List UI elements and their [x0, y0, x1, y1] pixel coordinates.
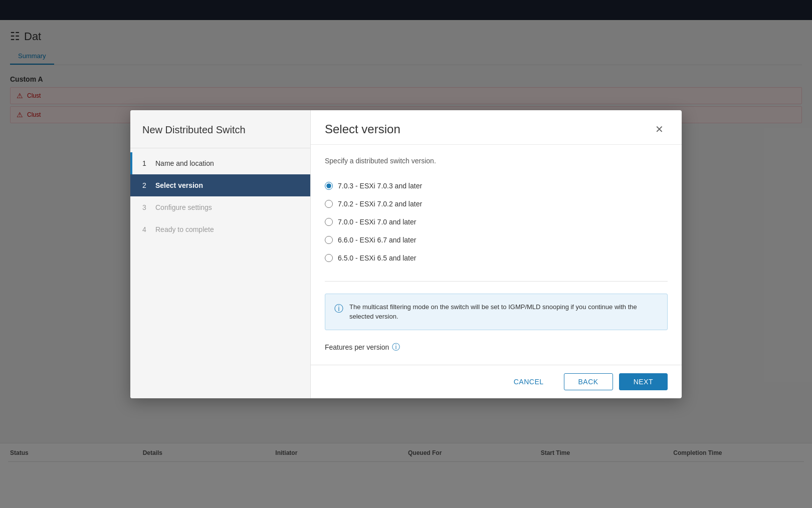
- step-4: 4 Ready to complete: [130, 218, 310, 240]
- version-label-703[interactable]: 7.0.3 - ESXi 7.0.3 and later: [338, 182, 422, 190]
- step-4-num: 4: [142, 225, 150, 233]
- step-3-label: Configure settings: [155, 203, 212, 211]
- info-icon: ⓘ: [334, 303, 343, 322]
- back-button[interactable]: BACK: [564, 373, 613, 390]
- step-1: 1 Name and location: [130, 152, 310, 174]
- dialog-body: Specify a distributed switch version. 7.…: [311, 145, 682, 365]
- version-label-700[interactable]: 7.0.0 - ESXi 7.0 and later: [338, 218, 416, 226]
- version-option-702[interactable]: 7.0.2 - ESXi 7.0.2 and later: [325, 195, 668, 213]
- version-option-660[interactable]: 6.6.0 - ESXi 6.7 and later: [325, 231, 668, 249]
- step-1-num: 1: [142, 159, 150, 167]
- dialog-sidebar-title: New Distributed Switch: [130, 110, 310, 148]
- version-options: 7.0.3 - ESXi 7.0.3 and later 7.0.2 - ESX…: [325, 177, 668, 267]
- info-text: The multicast filtering mode on the swit…: [349, 302, 658, 322]
- cancel-button[interactable]: CANCEL: [500, 374, 558, 390]
- divider: [325, 281, 668, 282]
- features-label: Features per version: [325, 343, 389, 351]
- step-1-label: Name and location: [155, 159, 214, 167]
- step-4-label: Ready to complete: [155, 225, 214, 233]
- steps-list: 1 Name and location 2 Select version 3 C…: [130, 148, 310, 244]
- step-2: 2 Select version: [130, 174, 310, 196]
- step-3-num: 3: [142, 203, 150, 211]
- step-2-num: 2: [142, 181, 150, 189]
- version-radio-660[interactable]: [325, 236, 333, 244]
- step-3: 3 Configure settings: [130, 196, 310, 218]
- dialog-title: Select version: [325, 122, 400, 136]
- version-label-660[interactable]: 6.6.0 - ESXi 6.7 and later: [338, 236, 416, 244]
- dialog-header: Select version ✕: [311, 110, 682, 145]
- new-distributed-switch-dialog: New Distributed Switch 1 Name and locati…: [130, 110, 682, 398]
- version-radio-703[interactable]: [325, 182, 333, 190]
- modal-overlay: New Distributed Switch 1 Name and locati…: [0, 0, 812, 508]
- features-info-icon[interactable]: ⓘ: [392, 342, 400, 353]
- version-option-700[interactable]: 7.0.0 - ESXi 7.0 and later: [325, 213, 668, 231]
- version-option-703[interactable]: 7.0.3 - ESXi 7.0.3 and later: [325, 177, 668, 195]
- version-label-650[interactable]: 6.5.0 - ESXi 6.5 and later: [338, 254, 416, 262]
- version-radio-700[interactable]: [325, 218, 333, 226]
- close-button[interactable]: ✕: [651, 122, 668, 136]
- version-option-650[interactable]: 6.5.0 - ESXi 6.5 and later: [325, 249, 668, 267]
- dialog-subtitle: Specify a distributed switch version.: [325, 157, 668, 165]
- version-label-702[interactable]: 7.0.2 - ESXi 7.0.2 and later: [338, 200, 422, 208]
- step-2-label: Select version: [155, 181, 203, 189]
- step-1-bar: [130, 152, 132, 174]
- dialog-footer: CANCEL BACK NEXT: [311, 365, 682, 398]
- version-radio-702[interactable]: [325, 200, 333, 208]
- features-per-version[interactable]: Features per version ⓘ: [325, 342, 668, 353]
- dialog-main: Select version ✕ Specify a distributed s…: [311, 110, 682, 398]
- version-radio-650[interactable]: [325, 254, 333, 262]
- dialog-sidebar: New Distributed Switch 1 Name and locati…: [130, 110, 311, 398]
- info-box: ⓘ The multicast filtering mode on the sw…: [325, 294, 668, 330]
- next-button[interactable]: NEXT: [619, 373, 668, 390]
